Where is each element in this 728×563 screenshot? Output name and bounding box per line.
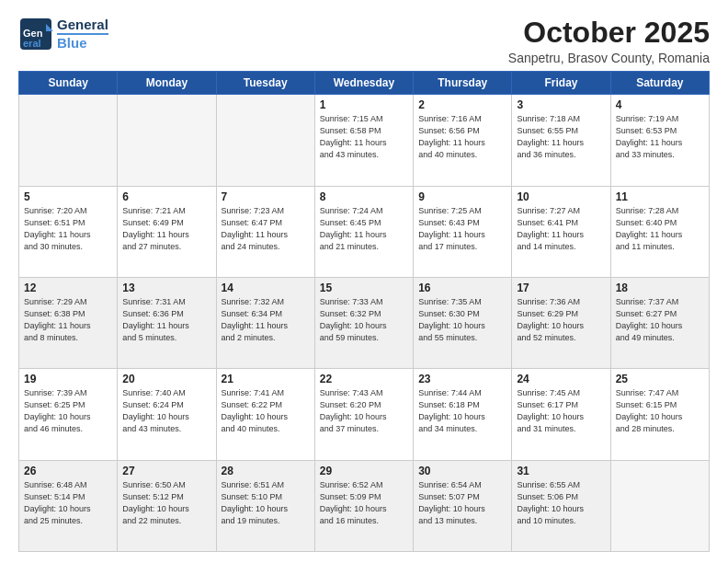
day-info: Sunrise: 7:15 AMSunset: 6:58 PMDaylight:… bbox=[320, 113, 408, 161]
day-number: 16 bbox=[418, 282, 506, 294]
logo-general: General bbox=[57, 17, 108, 33]
calendar-header-row: Sunday Monday Tuesday Wednesday Thursday… bbox=[19, 72, 710, 95]
day-number: 23 bbox=[418, 373, 506, 385]
day-number: 3 bbox=[517, 98, 605, 111]
calendar-week-row: 19Sunrise: 7:39 AMSunset: 6:25 PMDayligh… bbox=[19, 369, 710, 460]
logo-icon: Gen eral bbox=[18, 17, 53, 52]
day-info: Sunrise: 7:43 AMSunset: 6:20 PMDaylight:… bbox=[320, 387, 408, 435]
table-row bbox=[118, 95, 216, 186]
day-info: Sunrise: 7:37 AMSunset: 6:27 PMDaylight:… bbox=[616, 296, 704, 344]
day-info: Sunrise: 7:19 AMSunset: 6:53 PMDaylight:… bbox=[616, 113, 704, 161]
header-thursday: Thursday bbox=[414, 72, 512, 95]
day-number: 30 bbox=[418, 465, 506, 477]
day-info: Sunrise: 7:24 AMSunset: 6:45 PMDaylight:… bbox=[320, 205, 408, 253]
day-number: 14 bbox=[222, 282, 310, 294]
day-info: Sunrise: 7:45 AMSunset: 6:17 PMDaylight:… bbox=[517, 387, 605, 435]
calendar-table: Sunday Monday Tuesday Wednesday Thursday… bbox=[18, 71, 710, 552]
day-number: 29 bbox=[320, 465, 408, 477]
header-tuesday: Tuesday bbox=[216, 72, 314, 95]
table-row: 30Sunrise: 6:54 AMSunset: 5:07 PMDayligh… bbox=[414, 460, 512, 551]
logo-blue: Blue bbox=[57, 33, 108, 52]
day-number: 17 bbox=[517, 282, 605, 294]
calendar-week-row: 1Sunrise: 7:15 AMSunset: 6:58 PMDaylight… bbox=[19, 95, 710, 186]
table-row: 21Sunrise: 7:41 AMSunset: 6:22 PMDayligh… bbox=[216, 369, 314, 460]
day-info: Sunrise: 7:36 AMSunset: 6:29 PMDaylight:… bbox=[517, 296, 605, 344]
table-row: 1Sunrise: 7:15 AMSunset: 6:58 PMDaylight… bbox=[314, 95, 413, 186]
table-row: 11Sunrise: 7:28 AMSunset: 6:40 PMDayligh… bbox=[610, 186, 709, 277]
day-info: Sunrise: 7:21 AMSunset: 6:49 PMDaylight:… bbox=[122, 205, 210, 253]
day-number: 1 bbox=[320, 98, 408, 111]
table-row: 4Sunrise: 7:19 AMSunset: 6:53 PMDaylight… bbox=[610, 95, 709, 186]
svg-text:eral: eral bbox=[23, 38, 41, 49]
day-number: 22 bbox=[320, 373, 408, 385]
table-row bbox=[19, 95, 118, 186]
day-info: Sunrise: 7:41 AMSunset: 6:22 PMDaylight:… bbox=[222, 387, 310, 435]
day-info: Sunrise: 7:29 AMSunset: 6:38 PMDaylight:… bbox=[24, 296, 112, 344]
header-monday: Monday bbox=[118, 72, 216, 95]
day-info: Sunrise: 6:55 AMSunset: 5:06 PMDaylight:… bbox=[517, 479, 605, 527]
day-number: 20 bbox=[122, 373, 210, 385]
day-info: Sunrise: 7:35 AMSunset: 6:30 PMDaylight:… bbox=[418, 296, 506, 344]
day-number: 9 bbox=[418, 190, 506, 203]
day-number: 6 bbox=[122, 190, 210, 203]
day-info: Sunrise: 7:16 AMSunset: 6:56 PMDaylight:… bbox=[418, 113, 506, 161]
header-wednesday: Wednesday bbox=[314, 72, 413, 95]
table-row: 17Sunrise: 7:36 AMSunset: 6:29 PMDayligh… bbox=[512, 277, 610, 368]
table-row: 25Sunrise: 7:47 AMSunset: 6:15 PMDayligh… bbox=[610, 369, 709, 460]
table-row: 5Sunrise: 7:20 AMSunset: 6:51 PMDaylight… bbox=[19, 186, 118, 277]
logo: Gen eral General Blue bbox=[18, 17, 108, 52]
header-saturday: Saturday bbox=[610, 72, 709, 95]
day-info: Sunrise: 7:33 AMSunset: 6:32 PMDaylight:… bbox=[320, 296, 408, 344]
table-row: 27Sunrise: 6:50 AMSunset: 5:12 PMDayligh… bbox=[118, 460, 216, 551]
day-number: 11 bbox=[616, 190, 704, 203]
day-info: Sunrise: 6:54 AMSunset: 5:07 PMDaylight:… bbox=[418, 479, 506, 527]
day-number: 2 bbox=[418, 98, 506, 111]
day-info: Sunrise: 7:44 AMSunset: 6:18 PMDaylight:… bbox=[418, 387, 506, 435]
day-number: 8 bbox=[320, 190, 408, 203]
table-row: 19Sunrise: 7:39 AMSunset: 6:25 PMDayligh… bbox=[19, 369, 118, 460]
day-number: 27 bbox=[122, 465, 210, 477]
day-info: Sunrise: 7:27 AMSunset: 6:41 PMDaylight:… bbox=[517, 205, 605, 253]
day-number: 5 bbox=[24, 190, 112, 203]
table-row: 7Sunrise: 7:23 AMSunset: 6:47 PMDaylight… bbox=[216, 186, 314, 277]
table-row bbox=[216, 95, 314, 186]
day-info: Sunrise: 7:18 AMSunset: 6:55 PMDaylight:… bbox=[517, 113, 605, 161]
title-block: October 2025 Sanpetru, Brasov County, Ro… bbox=[508, 17, 710, 65]
day-number: 26 bbox=[24, 465, 112, 477]
header: Gen eral General Blue October 2025 Sanpe… bbox=[18, 17, 710, 65]
table-row: 23Sunrise: 7:44 AMSunset: 6:18 PMDayligh… bbox=[414, 369, 512, 460]
table-row: 24Sunrise: 7:45 AMSunset: 6:17 PMDayligh… bbox=[512, 369, 610, 460]
table-row: 16Sunrise: 7:35 AMSunset: 6:30 PMDayligh… bbox=[414, 277, 512, 368]
day-number: 4 bbox=[616, 98, 704, 111]
day-info: Sunrise: 7:28 AMSunset: 6:40 PMDaylight:… bbox=[616, 205, 704, 253]
day-info: Sunrise: 7:40 AMSunset: 6:24 PMDaylight:… bbox=[122, 387, 210, 435]
table-row: 8Sunrise: 7:24 AMSunset: 6:45 PMDaylight… bbox=[314, 186, 413, 277]
table-row bbox=[610, 460, 709, 551]
day-number: 31 bbox=[517, 465, 605, 477]
calendar-week-row: 12Sunrise: 7:29 AMSunset: 6:38 PMDayligh… bbox=[19, 277, 710, 368]
header-sunday: Sunday bbox=[19, 72, 118, 95]
table-row: 2Sunrise: 7:16 AMSunset: 6:56 PMDaylight… bbox=[414, 95, 512, 186]
day-number: 12 bbox=[24, 282, 112, 294]
day-info: Sunrise: 7:39 AMSunset: 6:25 PMDaylight:… bbox=[24, 387, 112, 435]
table-row: 31Sunrise: 6:55 AMSunset: 5:06 PMDayligh… bbox=[512, 460, 610, 551]
day-number: 18 bbox=[616, 282, 704, 294]
day-info: Sunrise: 7:31 AMSunset: 6:36 PMDaylight:… bbox=[122, 296, 210, 344]
day-info: Sunrise: 6:48 AMSunset: 5:14 PMDaylight:… bbox=[24, 479, 112, 527]
day-info: Sunrise: 6:51 AMSunset: 5:10 PMDaylight:… bbox=[222, 479, 310, 527]
table-row: 10Sunrise: 7:27 AMSunset: 6:41 PMDayligh… bbox=[512, 186, 610, 277]
day-number: 10 bbox=[517, 190, 605, 203]
day-info: Sunrise: 7:47 AMSunset: 6:15 PMDaylight:… bbox=[616, 387, 704, 435]
day-number: 13 bbox=[122, 282, 210, 294]
day-number: 24 bbox=[517, 373, 605, 385]
day-info: Sunrise: 6:52 AMSunset: 5:09 PMDaylight:… bbox=[320, 479, 408, 527]
table-row: 3Sunrise: 7:18 AMSunset: 6:55 PMDaylight… bbox=[512, 95, 610, 186]
day-number: 15 bbox=[320, 282, 408, 294]
day-number: 7 bbox=[222, 190, 310, 203]
table-row: 12Sunrise: 7:29 AMSunset: 6:38 PMDayligh… bbox=[19, 277, 118, 368]
calendar-week-row: 26Sunrise: 6:48 AMSunset: 5:14 PMDayligh… bbox=[19, 460, 710, 551]
day-info: Sunrise: 7:25 AMSunset: 6:43 PMDaylight:… bbox=[418, 205, 506, 253]
table-row: 29Sunrise: 6:52 AMSunset: 5:09 PMDayligh… bbox=[314, 460, 413, 551]
day-info: Sunrise: 7:23 AMSunset: 6:47 PMDaylight:… bbox=[222, 205, 310, 253]
table-row: 15Sunrise: 7:33 AMSunset: 6:32 PMDayligh… bbox=[314, 277, 413, 368]
